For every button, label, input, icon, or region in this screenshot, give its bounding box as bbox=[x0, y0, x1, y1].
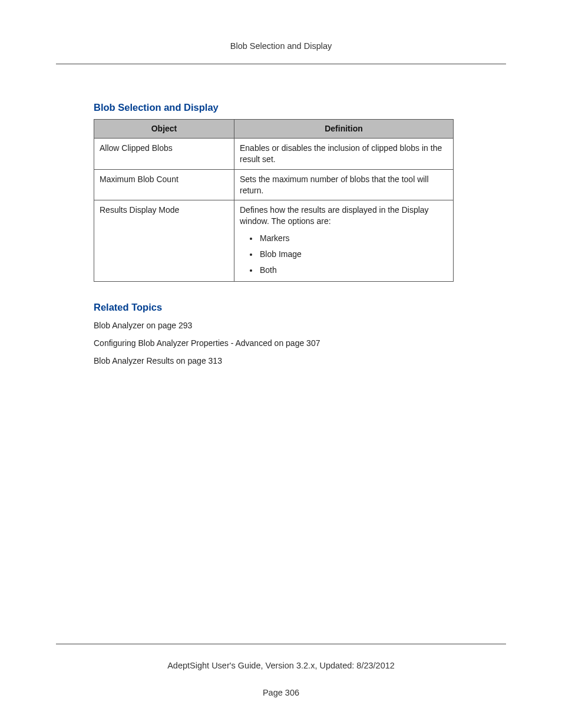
table-header-object: Object bbox=[94, 120, 234, 139]
list-item: Markers bbox=[259, 233, 448, 244]
page-header-title: Blob Selection and Display bbox=[56, 41, 506, 64]
definitions-table: Object Definition Allow Clipped Blobs En… bbox=[94, 119, 454, 282]
table-header-definition: Definition bbox=[234, 120, 454, 139]
table-row: Allow Clipped Blobs Enables or disables … bbox=[94, 138, 454, 169]
list-item: Blob Image bbox=[259, 249, 448, 260]
table-cell-definition: Sets the maximum number of blobs that th… bbox=[234, 169, 454, 200]
footer-text: AdeptSight User's Guide, Version 3.2.x, … bbox=[56, 661, 506, 670]
table-row: Results Display Mode Defines how the res… bbox=[94, 200, 454, 281]
list-item: Both bbox=[259, 265, 448, 276]
table-cell-object: Results Display Mode bbox=[94, 200, 234, 281]
related-topic-link[interactable]: Blob Analyzer on page 293 bbox=[94, 320, 492, 331]
table-cell-object: Allow Clipped Blobs bbox=[94, 138, 234, 169]
related-topic-link[interactable]: Configuring Blob Analyzer Properties - A… bbox=[94, 338, 492, 348]
related-topic-link[interactable]: Blob Analyzer Results on page 313 bbox=[94, 355, 492, 366]
table-cell-definition: Enables or disables the inclusion of cli… bbox=[234, 138, 454, 169]
content-area: Blob Selection and Display Object Defini… bbox=[56, 102, 506, 366]
page-container: Blob Selection and Display Blob Selectio… bbox=[0, 0, 562, 728]
definition-lead-text: Defines how the results are displayed in… bbox=[240, 205, 448, 227]
footer-divider bbox=[56, 644, 506, 644]
page-number: Page 306 bbox=[56, 688, 506, 697]
page-footer: AdeptSight User's Guide, Version 3.2.x, … bbox=[56, 644, 506, 697]
table-cell-definition: Defines how the results are displayed in… bbox=[234, 200, 454, 281]
related-topics-heading: Related Topics bbox=[94, 302, 492, 313]
table-row: Maximum Blob Count Sets the maximum numb… bbox=[94, 169, 454, 200]
section-heading: Blob Selection and Display bbox=[94, 102, 492, 113]
options-list: Markers Blob Image Both bbox=[240, 233, 448, 276]
table-cell-object: Maximum Blob Count bbox=[94, 169, 234, 200]
table-header-row: Object Definition bbox=[94, 120, 454, 139]
